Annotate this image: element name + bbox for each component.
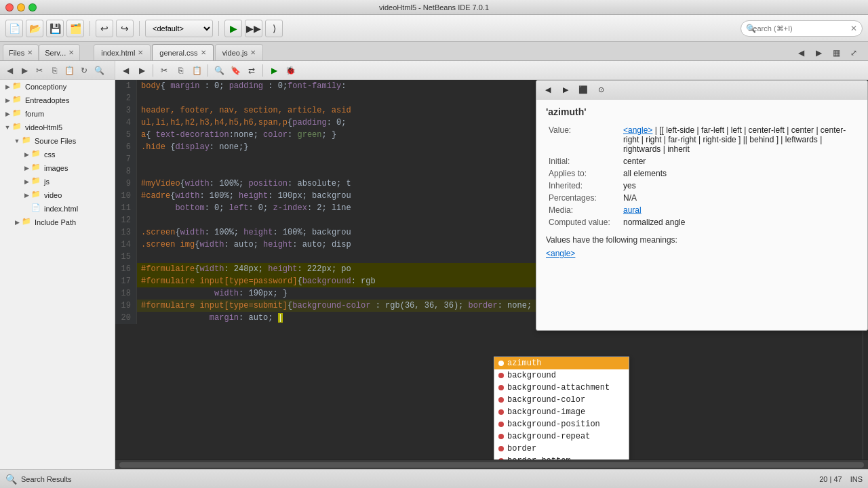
tab-general-close[interactable]: ✕ — [201, 49, 206, 56]
tab-video-js[interactable]: video.js ✕ — [215, 44, 263, 60]
editor-diff-btn[interactable]: ⇄ — [244, 63, 259, 78]
sep2 — [139, 21, 140, 36]
tab-files-label: Files — [9, 49, 24, 57]
doc-row-percentages: Percentages: N/A — [546, 192, 858, 204]
window-controls[interactable] — [5, 3, 37, 12]
sidebar-copy-icon[interactable]: ⎘ — [47, 64, 61, 77]
arrow-icon: ▶ — [3, 83, 12, 90]
tab-index-close[interactable]: ✕ — [138, 49, 143, 56]
step-button[interactable]: ⟩ — [265, 20, 283, 37]
editor-run-btn[interactable]: ▶ — [267, 63, 281, 78]
editor-bookmark-btn[interactable]: 🔖 — [228, 63, 243, 78]
line-number: 2 — [115, 92, 137, 104]
minimize-button[interactable] — [17, 3, 25, 12]
ac-item-background[interactable]: background — [494, 369, 629, 382]
close-button[interactable] — [5, 3, 14, 12]
ac-item-background-image[interactable]: background-image — [494, 406, 629, 418]
sidebar-cut-icon[interactable]: ✂ — [33, 64, 46, 77]
editor-fwd-btn[interactable]: ▶ — [134, 63, 149, 78]
tree-item-videohtml5[interactable]: ▼ 📁 videoHtml5 — [0, 121, 115, 134]
arrow-icon: ▼ — [12, 138, 22, 144]
code-text: header, footer, nav, section, article, a… — [137, 104, 351, 117]
main-toolbar: 📄 📂 💾 🗂️ ↩ ↪ <default> ▶ ▶▶ ⟩ 🔍 ✕ — [0, 15, 868, 42]
editor-copy-btn[interactable]: ⎘ — [173, 63, 188, 78]
ac-item-azimuth[interactable]: azimuth — [494, 357, 629, 369]
ac-item-border-bottom[interactable]: border-bottom — [494, 455, 629, 460]
main-layout: ◀ ▶ ✂ ⎘ 📋 ↻ 🔍 ▶ 📁 Conceptiony ▶ 📁 Entrea… — [0, 61, 868, 469]
save-all-button[interactable]: 🗂️ — [66, 20, 84, 37]
editor-debug-btn[interactable]: 🐞 — [283, 63, 298, 78]
tab-files-close[interactable]: ✕ — [27, 49, 33, 56]
tab-nav-list[interactable]: ▦ — [829, 45, 844, 60]
sidebar-refresh-icon[interactable]: ↻ — [77, 64, 91, 77]
t2-sep2 — [208, 64, 208, 77]
sidebar-paste-icon[interactable]: 📋 — [62, 64, 76, 77]
editor-back-btn[interactable]: ◀ — [118, 63, 133, 78]
sidebar-search-icon[interactable]: 🔍 — [92, 64, 106, 77]
ac-label: border — [507, 444, 536, 453]
save-button[interactable]: 💾 — [46, 20, 64, 37]
arrow-icon: ▶ — [3, 110, 12, 117]
tree-label: css — [44, 150, 56, 159]
editor-cut-btn[interactable]: ✂ — [157, 63, 172, 78]
aural-link[interactable]: aural — [623, 205, 642, 215]
horizontal-scrollbar[interactable] — [115, 460, 868, 469]
tree-item-entreadoptes[interactable]: ▶ 📁 Entreadoptes — [0, 94, 115, 107]
tab-files[interactable]: Files ✕ — [3, 44, 39, 60]
sidebar-back-icon[interactable]: ◀ — [3, 64, 16, 77]
arrow-icon: ▶ — [22, 178, 31, 185]
tree-item-index-html[interactable]: 📄 index.html — [0, 202, 115, 216]
doc-fwd-btn[interactable]: ▶ — [558, 83, 573, 97]
editor-find-btn[interactable]: 🔍 — [212, 63, 226, 78]
doc-row-value: Value: <angle> | [[ left-side | far-left… — [546, 124, 858, 155]
tab-services-close[interactable]: ✕ — [68, 49, 74, 56]
editor-paste-btn[interactable]: 📋 — [189, 63, 204, 78]
doc-back-btn[interactable]: ◀ — [540, 83, 555, 97]
tree-item-css[interactable]: ▶ 📁 css — [0, 148, 115, 161]
angle-section-link[interactable]: <angle> — [546, 249, 575, 258]
tree-item-forum[interactable]: ▶ 📁 forum — [0, 107, 115, 121]
doc-reload-btn[interactable]: ⊙ — [593, 83, 608, 97]
tree-item-source-files[interactable]: ▼ 📁 Source Files — [0, 134, 115, 148]
folder-icon: 📁 — [31, 149, 42, 160]
ac-dot — [498, 397, 504, 403]
run-button[interactable]: ▶ — [224, 20, 242, 37]
tree-item-js[interactable]: ▶ 📁 js — [0, 175, 115, 188]
autocomplete-dropdown[interactable]: azimuth background background-attachment… — [494, 357, 629, 460]
statusbar-right: 20 | 47 INS — [819, 475, 863, 483]
search-clear-icon[interactable]: ✕ — [850, 24, 857, 33]
angle-link[interactable]: <angle> — [623, 125, 652, 135]
folder-icon: 📁 — [22, 136, 33, 146]
tree-item-images[interactable]: ▶ 📁 images — [0, 161, 115, 175]
code-editor[interactable]: 1 body{ margin : 0; padding : 0;font-fam… — [115, 80, 868, 460]
tab-nav-fwd[interactable]: ▶ — [811, 45, 826, 60]
ac-item-background-position[interactable]: background-position — [494, 418, 629, 430]
tab-general-css[interactable]: general.css ✕ — [152, 44, 213, 60]
tree-item-conceptiony[interactable]: ▶ 📁 Conceptiony — [0, 80, 115, 94]
open-file-button[interactable]: 📂 — [26, 20, 43, 37]
ac-item-background-attachment[interactable]: background-attachment — [494, 382, 629, 394]
ac-item-border[interactable]: border — [494, 443, 629, 455]
sidebar-fwd-icon[interactable]: ▶ — [18, 64, 31, 77]
tab-video-close[interactable]: ✕ — [250, 49, 256, 56]
undo-button[interactable]: ↩ — [96, 20, 113, 37]
arrow-icon: ▶ — [22, 165, 31, 171]
tab-services[interactable]: Serv... ✕ — [39, 44, 80, 60]
search-input[interactable] — [741, 20, 863, 37]
new-file-button[interactable]: 📄 — [5, 20, 23, 37]
tree-item-video[interactable]: ▶ 📁 video — [0, 188, 115, 202]
ac-item-background-repeat[interactable]: background-repeat — [494, 430, 629, 443]
ac-item-background-color[interactable]: background-color — [494, 394, 629, 406]
doc-home-btn[interactable]: ⬛ — [576, 83, 591, 97]
tree-item-include-path[interactable]: ▶ 📁 Include Path — [0, 216, 115, 229]
code-text: .screen img{width: auto; height: auto; d… — [137, 239, 351, 251]
config-dropdown[interactable]: <default> — [145, 20, 213, 37]
maximize-button[interactable] — [28, 3, 37, 12]
line-number: 16 — [115, 263, 137, 275]
tab-index-html[interactable]: index.html ✕ — [94, 44, 151, 60]
tab-nav-back[interactable]: ◀ — [793, 45, 808, 60]
tab-nav-expand[interactable]: ⤢ — [846, 45, 861, 60]
debug-button[interactable]: ▶▶ — [245, 20, 262, 37]
redo-button[interactable]: ↪ — [116, 20, 134, 37]
ac-dot — [498, 385, 504, 390]
